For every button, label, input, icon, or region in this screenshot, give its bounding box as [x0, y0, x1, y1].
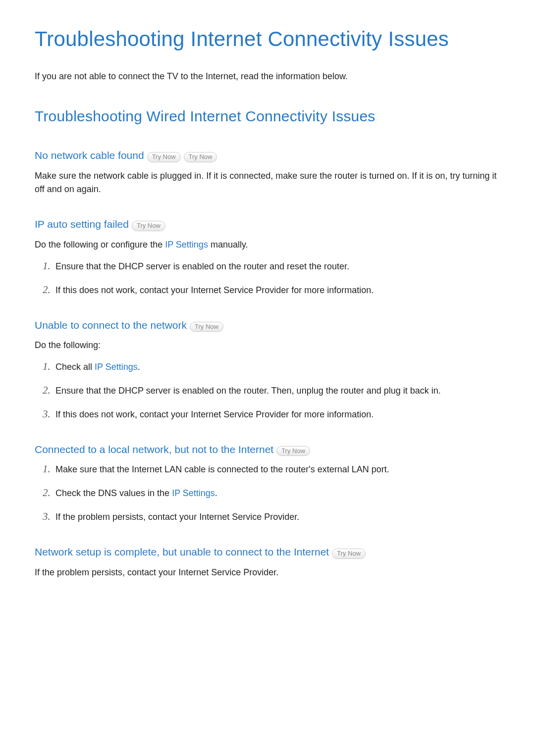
step-text: Check all IP Settings. — [55, 360, 140, 374]
try-now-button[interactable]: Try Now — [184, 152, 217, 162]
ip-settings-link[interactable]: IP Settings — [95, 362, 138, 372]
subsection-heading: Connected to a local network, but not to… — [35, 444, 273, 455]
subsection-setup-done: Network setup is complete, but unable to… — [35, 546, 500, 579]
lead-text: Do the following: — [35, 339, 500, 353]
step-number: 1. — [43, 260, 55, 272]
list-item: 2. If this does not work, contact your I… — [43, 284, 500, 298]
text-fragment: . — [138, 362, 140, 372]
subsection-heading-row: No network cable found Try Now Try Now — [35, 150, 500, 162]
step-text: If the problem persists, contact your In… — [55, 510, 299, 524]
subsection-heading-row: Network setup is complete, but unable to… — [35, 546, 500, 559]
subsection-heading-row: Unable to connect to the network Try Now — [35, 319, 500, 332]
step-number: 3. — [43, 510, 55, 523]
step-text: Make sure that the Internet LAN cable is… — [55, 463, 389, 477]
list-item: 2. Ensure that the DHCP server is enable… — [43, 384, 500, 398]
lead-text: Do the following or configure the IP Set… — [35, 238, 500, 252]
try-now-button[interactable]: Try Now — [276, 446, 310, 456]
body-text: Make sure the network cable is plugged i… — [35, 169, 500, 197]
list-item: 1. Ensure that the DHCP server is enable… — [43, 260, 500, 274]
step-number: 1. — [43, 360, 55, 373]
step-number: 3. — [43, 408, 55, 420]
step-text: Ensure that the DHCP server is enabled o… — [55, 384, 441, 398]
list-item: 1. Make sure that the Internet LAN cable… — [43, 463, 500, 477]
page-title: Troubleshooting Internet Connectivity Is… — [35, 27, 500, 51]
intro-paragraph: If you are not able to connect the TV to… — [35, 70, 500, 83]
ip-settings-link[interactable]: IP Settings — [172, 488, 215, 498]
subsection-local-only: Connected to a local network, but not to… — [35, 444, 500, 524]
step-number: 1. — [43, 463, 55, 475]
step-number: 2. — [43, 284, 55, 296]
step-number: 2. — [43, 487, 55, 499]
subsection-heading: Network setup is complete, but unable to… — [35, 546, 329, 558]
subsection-heading: No network cable found — [35, 150, 144, 161]
subsection-heading: IP auto setting failed — [35, 218, 129, 230]
text-fragment: . — [215, 488, 217, 498]
document-page: Troubleshooting Internet Connectivity Is… — [0, 0, 535, 756]
body-text: If the problem persists, contact your In… — [35, 566, 500, 580]
try-now-button[interactable]: Try Now — [190, 322, 223, 332]
try-now-button[interactable]: Try Now — [147, 152, 181, 162]
section-title: Troubleshooting Wired Internet Connectiv… — [35, 108, 500, 125]
ip-settings-link[interactable]: IP Settings — [165, 240, 208, 250]
subsection-no-cable: No network cable found Try Now Try Now M… — [35, 150, 500, 197]
list-item: 2. Check the DNS values in the IP Settin… — [43, 487, 500, 501]
try-now-button[interactable]: Try Now — [332, 549, 366, 559]
text-fragment: manually. — [208, 240, 248, 250]
subsection-heading-row: IP auto setting failed Try Now — [35, 218, 500, 231]
text-fragment: Check the DNS values in the — [55, 488, 172, 498]
step-number: 2. — [43, 384, 55, 397]
list-item: 1. Check all IP Settings. — [43, 360, 500, 374]
steps-list: 1. Make sure that the Internet LAN cable… — [35, 463, 500, 524]
subsection-heading-row: Connected to a local network, but not to… — [35, 444, 500, 456]
subsection-ip-auto: IP auto setting failed Try Now Do the fo… — [35, 218, 500, 297]
list-item: 3. If this does not work, contact your I… — [43, 408, 500, 422]
subsection-heading: Unable to connect to the network — [35, 319, 187, 331]
steps-list: 1. Ensure that the DHCP server is enable… — [35, 260, 500, 298]
step-text: Check the DNS values in the IP Settings. — [55, 487, 217, 501]
list-item: 3. If the problem persists, contact your… — [43, 510, 500, 524]
step-text: Ensure that the DHCP server is enabled o… — [55, 260, 349, 274]
text-fragment: Do the following or configure the — [35, 240, 165, 250]
text-fragment: Check all — [55, 362, 95, 372]
steps-list: 1. Check all IP Settings. 2. Ensure that… — [35, 360, 500, 422]
step-text: If this does not work, contact your Inte… — [55, 284, 374, 298]
try-now-button[interactable]: Try Now — [132, 221, 165, 231]
subsection-unable: Unable to connect to the network Try Now… — [35, 319, 500, 422]
step-text: If this does not work, contact your Inte… — [55, 408, 374, 422]
